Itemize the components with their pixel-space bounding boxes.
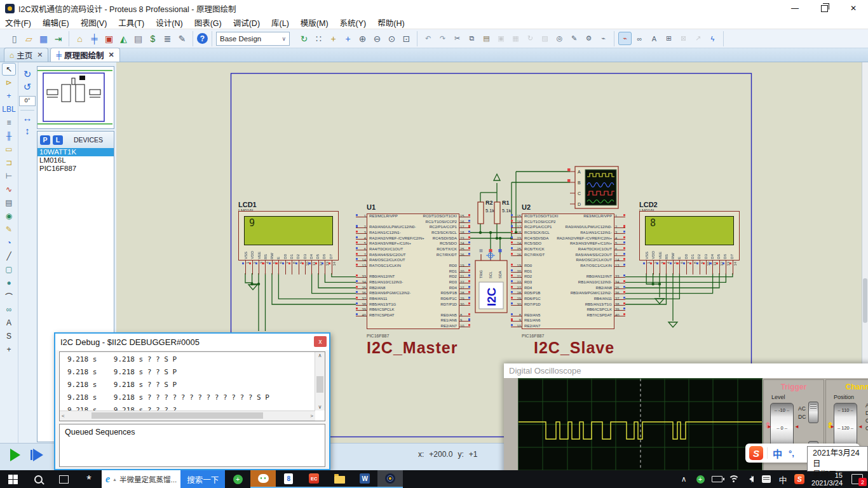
zoom-in-icon[interactable]: ⊕	[356, 32, 369, 45]
block-rotate-icon[interactable]: ↻	[524, 32, 537, 45]
lcd1[interactable]: LCD1 LM016L 9 VSSVDDVEERSRWED0D1D2D3D4D5…	[236, 201, 341, 286]
sogou-logo-icon[interactable]: S	[749, 446, 763, 460]
mcu-u2[interactable]: U2 15RC0/T1OSO/T1CKI RE3/MCLR/VPP1 16RC1…	[511, 202, 625, 338]
pcb-module-icon[interactable]: ▣	[102, 32, 116, 45]
path-2d-icon[interactable]: ∞	[2, 303, 16, 316]
scrollbar-thumb[interactable]	[92, 412, 263, 419]
close-tab-icon[interactable]: ✕	[109, 51, 114, 59]
make-device-icon[interactable]: ✎	[567, 32, 581, 45]
horizontal-scrollbar[interactable]: < >	[60, 410, 315, 421]
junction-dot-icon[interactable]: +	[2, 90, 16, 102]
menu-item[interactable]: 系统(Y)	[340, 17, 367, 29]
wechat-button[interactable]	[250, 470, 276, 488]
proteus-doc-button[interactable]: 8	[276, 470, 301, 488]
oscilloscope-titlebar[interactable]: Digital Oscilloscope	[504, 363, 868, 378]
scrollbar-thumb[interactable]	[863, 278, 867, 323]
remove-sheet-icon[interactable]: ⊠	[677, 32, 690, 45]
start-button[interactable]	[0, 470, 25, 488]
paste-icon[interactable]: ▤	[480, 32, 493, 45]
pinwheel-app-button[interactable]: *	[76, 470, 102, 488]
menu-item[interactable]: 帮助(H)	[377, 17, 404, 29]
current-probe-icon[interactable]: ◔	[2, 236, 16, 249]
word-button[interactable]: W	[352, 470, 377, 488]
mirror-vertical-icon[interactable]: ↕	[25, 125, 30, 138]
bus-mode-icon[interactable]: ╫	[2, 130, 16, 142]
marker-2d-icon[interactable]: +	[2, 343, 16, 356]
debug-close-button[interactable]: x	[314, 336, 327, 347]
subcircuit-icon[interactable]: ▭	[2, 143, 16, 156]
menu-item[interactable]: 设计(N)	[156, 17, 182, 29]
block-copy-icon[interactable]: ▣	[494, 32, 508, 45]
rotate-cw-icon[interactable]: ↻	[24, 69, 32, 81]
pick-parts-icon[interactable]: ◎	[553, 32, 566, 45]
search-go-button[interactable]: 搜索一下	[180, 470, 225, 488]
rotation-angle-field[interactable]: 0°	[19, 96, 36, 106]
close-tab-icon[interactable]: ✕	[37, 51, 43, 59]
scroll-left-icon[interactable]: <	[62, 413, 65, 419]
antivirus-tray-button[interactable]: +	[692, 470, 709, 488]
box-2d-icon[interactable]: ▢	[2, 263, 16, 276]
grid-toggle-icon[interactable]: ∷	[312, 32, 325, 45]
design-explorer-icon[interactable]: ≣	[161, 32, 174, 45]
import-project-icon[interactable]: ⇥	[51, 32, 65, 45]
redo-icon[interactable]: ↷	[436, 32, 449, 45]
component-mode-icon[interactable]: ⊳	[2, 76, 16, 89]
property-assignment-icon[interactable]: A	[648, 32, 661, 45]
open-project-icon[interactable]: ▱	[22, 32, 36, 45]
menu-item[interactable]: 视图(V)	[81, 17, 107, 29]
zoom-all-icon[interactable]: ⊙	[385, 32, 398, 45]
text-2d-icon[interactable]: A	[2, 316, 16, 329]
device-list-item[interactable]: 10WATT1K	[37, 148, 114, 156]
ec-app-button[interactable]: EC	[301, 470, 327, 488]
menu-item[interactable]: 工具(T)	[118, 17, 144, 29]
copy-icon[interactable]: ⧉	[465, 32, 478, 45]
scroll-up-icon[interactable]: ∧	[315, 353, 325, 358]
voltage-probe-icon[interactable]: ✎	[2, 223, 16, 236]
symbol-2d-icon[interactable]: S	[2, 330, 16, 342]
electrical-rule-check-icon[interactable]: ϟ	[706, 32, 719, 45]
search-tag-icon[interactable]: ∞	[633, 32, 646, 45]
battery-tray-button[interactable]	[709, 470, 725, 488]
undo-icon[interactable]: ↶	[421, 32, 435, 45]
mcu-u1[interactable]: U1 1RE3/MCLR/VPP RC0/T1OSO/T1CKI15 RC1/T…	[356, 202, 470, 338]
pick-device-button[interactable]: P	[40, 135, 50, 145]
browser-search-box[interactable]: e ▲ 半微量定氮蒸馏...	[102, 470, 180, 488]
goto-sheet-icon[interactable]: ↗	[691, 32, 705, 45]
decompose-icon[interactable]: ⌁	[597, 32, 610, 45]
restore-button[interactable]	[810, 0, 839, 17]
3d-viewer-icon[interactable]: ◭	[117, 32, 130, 45]
simulation-play-button[interactable]	[10, 449, 27, 461]
menu-item[interactable]: 编辑(E)	[43, 17, 69, 29]
ime-punctuation-icon[interactable]: °,	[789, 449, 794, 458]
file-explorer-button[interactable]	[327, 470, 352, 488]
menu-item[interactable]: 文件(F)	[5, 17, 31, 29]
menu-item[interactable]: 调试(D)	[233, 17, 260, 29]
scroll-right-icon[interactable]: >	[310, 413, 313, 419]
library-button[interactable]: L	[53, 135, 63, 145]
i2c-debugger-component[interactable]: TRIG SCL SDA I2C	[475, 249, 507, 313]
ime-chinese-mode[interactable]: 中	[773, 447, 782, 460]
block-delete-icon[interactable]: ▨	[538, 32, 552, 45]
text-script-icon[interactable]: ≡	[2, 116, 16, 129]
home-module-icon[interactable]: ⌂	[73, 32, 86, 45]
notes-module-icon[interactable]: ✎	[175, 32, 189, 45]
tray-expand-button[interactable]: ∧	[675, 470, 692, 488]
line-2d-icon[interactable]: ╱	[2, 250, 16, 262]
proteus-taskbar-button[interactable]	[377, 470, 403, 488]
trigger-coupling-switch[interactable]	[808, 402, 818, 423]
design-select[interactable]: Base Design ∨	[216, 32, 290, 46]
debug-log-panel[interactable]: 9.218 s 9.218 s ? ? S P9.218 s 9.218 s ?…	[59, 351, 325, 421]
close-button[interactable]: ✕	[839, 0, 868, 17]
pan-icon[interactable]: +	[341, 32, 355, 45]
ime-indicator-button[interactable]: 中	[775, 470, 791, 488]
schematic-overview[interactable]	[37, 66, 114, 129]
graph-mode-icon[interactable]: ∿	[2, 183, 16, 196]
i2c-debug-window[interactable]: I2C Debug - $II2C DEBUGGER#0005 x 9.218 …	[54, 332, 330, 470]
channel-a-coupling-options[interactable]: AC DC GND OFF	[865, 402, 868, 432]
help-icon[interactable]: ?	[197, 33, 208, 44]
device-pin-icon[interactable]: ⊢	[2, 170, 16, 182]
volume-tray-button[interactable]	[742, 470, 758, 488]
cut-icon[interactable]: ✂	[451, 32, 464, 45]
wire-autorouter-icon[interactable]: ⌁	[618, 32, 632, 45]
redraw-icon[interactable]: ↻	[297, 32, 311, 45]
